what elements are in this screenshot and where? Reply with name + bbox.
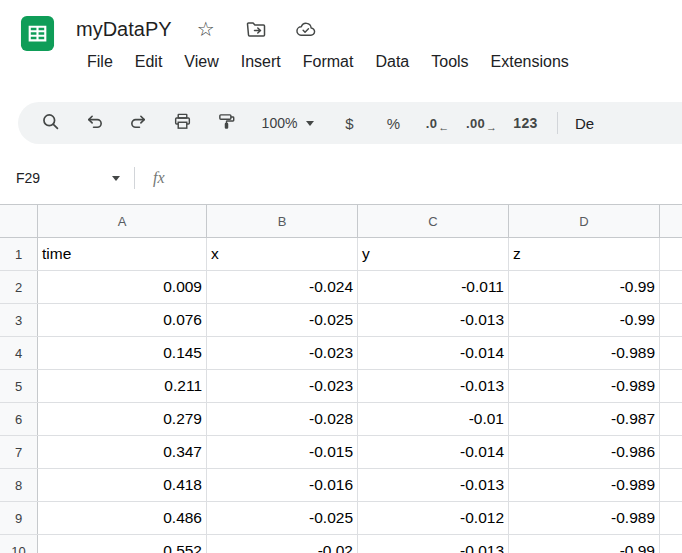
percent-format-button[interactable]: % [375,106,412,140]
cell[interactable]: -0.99 [509,535,660,553]
cell[interactable]: 0.552 [38,535,207,553]
cell[interactable]: y [358,238,509,270]
row-header-3[interactable]: 3 [0,304,38,336]
row-header-5[interactable]: 5 [0,370,38,402]
menu-item-view[interactable]: View [173,48,229,76]
cell[interactable]: -0.016 [207,469,358,501]
cloud-status-icon[interactable] [294,17,318,41]
increase-decimal-button[interactable]: .00 → [463,106,500,140]
cell[interactable]: -0.013 [358,370,509,402]
cell[interactable]: -0.99 [509,271,660,303]
cell[interactable]: -0.989 [509,502,660,534]
column-header-partial[interactable] [660,205,682,237]
table-row: 40.145-0.023-0.014-0.989 [0,337,682,370]
cell[interactable]: -0.014 [358,436,509,468]
cell[interactable] [660,469,682,501]
cell[interactable] [660,502,682,534]
table-row: 100.552-0.02-0.013-0.99 [0,535,682,553]
number-format-button[interactable]: 123 [507,106,544,140]
cell[interactable]: -0.011 [358,271,509,303]
cell[interactable]: -0.013 [358,535,509,553]
column-header-d[interactable]: D [509,205,660,237]
cell[interactable]: 0.418 [38,469,207,501]
menu-item-extensions[interactable]: Extensions [480,48,580,76]
column-header-b[interactable]: B [207,205,358,237]
cell[interactable]: -0.025 [207,502,358,534]
cell[interactable]: -0.986 [509,436,660,468]
menu-item-insert[interactable]: Insert [230,48,292,76]
cell[interactable]: 0.211 [38,370,207,402]
formula-bar-divider [134,167,135,189]
cell[interactable] [660,370,682,402]
menu-item-format[interactable]: Format [292,48,365,76]
column-header-c[interactable]: C [358,205,509,237]
cell[interactable] [660,238,682,270]
zoom-dropdown[interactable]: 100% [252,106,324,140]
cell[interactable]: -0.014 [358,337,509,369]
menu-item-edit[interactable]: Edit [124,48,174,76]
menu-item-tools[interactable]: Tools [420,48,479,76]
cell[interactable]: -0.013 [358,469,509,501]
cell[interactable]: x [207,238,358,270]
row-header-6[interactable]: 6 [0,403,38,435]
menu-item-file[interactable]: File [76,48,124,76]
cell[interactable]: -0.989 [509,370,660,402]
print-button[interactable] [164,106,201,140]
cell[interactable]: z [509,238,660,270]
font-dropdown[interactable]: De [571,106,598,140]
cell[interactable] [660,271,682,303]
cell[interactable]: -0.012 [358,502,509,534]
cell[interactable] [660,436,682,468]
table-row: 20.009-0.024-0.011-0.99 [0,271,682,304]
select-all-corner[interactable] [0,205,38,237]
row-header-8[interactable]: 8 [0,469,38,501]
cell[interactable]: time [38,238,207,270]
cell[interactable] [660,403,682,435]
column-header-a[interactable]: A [38,205,207,237]
row-header-1[interactable]: 1 [0,238,38,270]
cell[interactable]: 0.076 [38,304,207,336]
row-header-2[interactable]: 2 [0,271,38,303]
cell[interactable] [660,535,682,553]
cell[interactable]: -0.013 [358,304,509,336]
cell[interactable]: 0.145 [38,337,207,369]
cell[interactable] [660,304,682,336]
cell[interactable]: -0.015 [207,436,358,468]
cell[interactable]: -0.023 [207,370,358,402]
row-header-10[interactable]: 10 [0,535,38,553]
cell[interactable]: -0.989 [509,469,660,501]
cell[interactable]: -0.025 [207,304,358,336]
chevron-down-icon [112,176,120,181]
cell[interactable] [660,337,682,369]
search-button[interactable] [32,106,69,140]
currency-format-button[interactable]: $ [331,106,368,140]
cell[interactable]: 0.009 [38,271,207,303]
move-to-folder-icon[interactable] [244,17,268,41]
decrease-decimal-button[interactable]: .0 ← [419,106,456,140]
row-header-9[interactable]: 9 [0,502,38,534]
fx-icon: fx [153,169,165,187]
cell[interactable]: -0.01 [358,403,509,435]
cell[interactable]: -0.987 [509,403,660,435]
cell[interactable]: 0.347 [38,436,207,468]
cell[interactable]: -0.028 [207,403,358,435]
cell[interactable]: -0.02 [207,535,358,553]
cell[interactable]: -0.989 [509,337,660,369]
sheets-logo-icon[interactable] [20,15,55,56]
star-icon[interactable]: ☆ [194,17,218,41]
row-header-4[interactable]: 4 [0,337,38,369]
cell[interactable]: 0.279 [38,403,207,435]
star-glyph: ☆ [197,19,215,39]
undo-button[interactable] [76,106,113,140]
document-title[interactable]: myDataPY [76,18,172,41]
cell[interactable]: -0.023 [207,337,358,369]
paint-format-button[interactable] [208,106,245,140]
row-header-7[interactable]: 7 [0,436,38,468]
cell[interactable]: -0.99 [509,304,660,336]
cell[interactable]: -0.024 [207,271,358,303]
cell[interactable]: 0.486 [38,502,207,534]
name-box[interactable]: F29 [0,170,134,186]
toolbar-divider [557,112,558,134]
redo-button[interactable] [120,106,157,140]
menu-item-data[interactable]: Data [364,48,420,76]
